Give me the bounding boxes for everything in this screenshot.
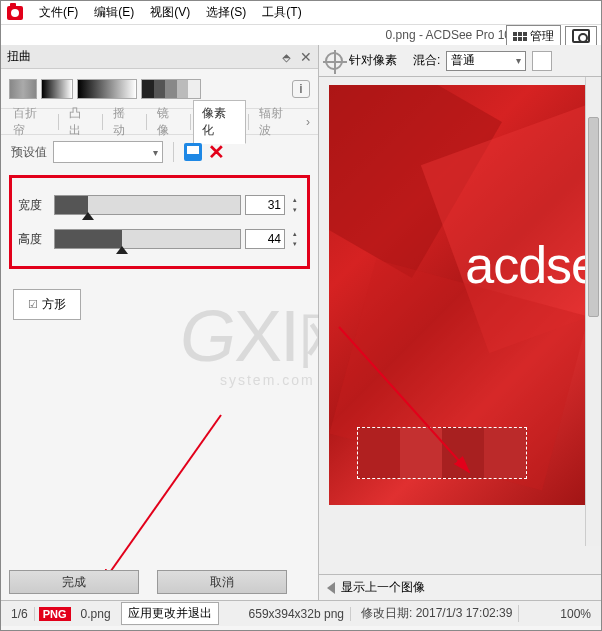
status-dimensions: 659x394x32b png (243, 607, 351, 621)
crosshair-icon[interactable] (325, 52, 343, 70)
develop-mode-button[interactable] (565, 26, 597, 46)
blend-extra-button[interactable] (532, 51, 552, 71)
vertical-scrollbar[interactable] (585, 77, 601, 546)
status-index: 1/6 (5, 607, 35, 621)
status-zoom: 100% (554, 607, 597, 621)
tabs-scroll-right-icon[interactable]: › (302, 115, 314, 129)
square-checkbox-row: ☑ 方形 (13, 289, 306, 320)
blend-mode-value: 普通 (451, 52, 475, 69)
width-value[interactable]: 31 (245, 195, 285, 215)
width-label: 宽度 (18, 197, 50, 214)
chevron-down-icon: ▾ (516, 55, 521, 66)
height-slider[interactable] (54, 229, 241, 249)
menu-file[interactable]: 文件(F) (31, 4, 86, 21)
info-icon[interactable]: i (292, 80, 310, 98)
preset-row: 预设值 ▾ ✕ (1, 135, 318, 169)
menu-select[interactable]: 选择(S) (198, 4, 254, 21)
camera-icon (572, 29, 590, 43)
panel-header: 扭曲 ⬘ ✕ (1, 45, 318, 69)
blend-mode-dropdown[interactable]: 普通 ▾ (446, 51, 526, 71)
format-badge: PNG (39, 607, 71, 621)
preview-toolbar: 针对像素 混合: 普通 ▾ (319, 45, 601, 77)
status-tooltip: 应用更改并退出 (121, 602, 219, 625)
svg-line-0 (101, 415, 221, 585)
menu-tools[interactable]: 工具(T) (254, 4, 309, 21)
gradient-swatch-3[interactable] (77, 79, 137, 99)
prev-image-icon[interactable] (327, 582, 335, 594)
prev-image-label: 显示上一个图像 (341, 579, 425, 596)
menu-edit[interactable]: 编辑(E) (86, 4, 142, 21)
chevron-down-icon: ▾ (153, 147, 158, 158)
panel-title: 扭曲 (7, 48, 31, 65)
height-slider-row: 高度 44 ▴▾ (18, 224, 301, 254)
app-logo-icon (7, 6, 23, 20)
menu-bar: 文件(F) 编辑(E) 视图(V) 选择(S) 工具(T) (1, 1, 601, 25)
image-preview[interactable]: acdse (329, 85, 589, 505)
preset-label: 预设值 (11, 144, 47, 161)
status-date: 修改日期: 2017/1/3 17:02:39 (355, 605, 519, 622)
height-spinner[interactable]: ▴▾ (289, 229, 301, 249)
cancel-button[interactable]: 取消 (157, 570, 287, 594)
canvas-area: acdse (319, 77, 601, 574)
width-slider[interactable] (54, 195, 241, 215)
square-checkbox[interactable]: ☑ 方形 (13, 289, 81, 320)
gradient-swatch-4[interactable] (141, 79, 201, 99)
effect-tabs: 百折帘 凸出 摇动 镜像 像素化 辐射波 › (1, 109, 318, 135)
gradient-swatch-1[interactable] (9, 79, 37, 99)
square-label: 方形 (42, 296, 66, 313)
status-bar: 1/6 PNG 0.png 应用更改并退出 659x394x32b png 修改… (1, 600, 601, 626)
grid-icon (513, 32, 527, 41)
delete-preset-icon[interactable]: ✕ (208, 145, 225, 159)
selection-marquee[interactable] (357, 427, 527, 479)
checkmark-icon: ☑ (28, 298, 38, 311)
gradient-swatch-2[interactable] (41, 79, 73, 99)
preview-pane: 针对像素 混合: 普通 ▾ acdse 显示上一个图像 (319, 45, 601, 600)
close-panel-icon[interactable]: ✕ (300, 49, 312, 65)
width-spinner[interactable]: ▴▾ (289, 195, 301, 215)
height-value[interactable]: 44 (245, 229, 285, 249)
parameter-box: 宽度 31 ▴▾ 高度 44 ▴▾ (9, 175, 310, 269)
width-slider-row: 宽度 31 ▴▾ (18, 190, 301, 220)
done-button[interactable]: 完成 (9, 570, 139, 594)
action-buttons: 完成 取消 (9, 570, 287, 594)
mode-switch-area: 管理 (506, 25, 597, 47)
height-label: 高度 (18, 231, 50, 248)
manage-label: 管理 (530, 28, 554, 45)
preset-dropdown[interactable]: ▾ (53, 141, 163, 163)
preview-footer: 显示上一个图像 (319, 574, 601, 600)
image-logo-text: acdse (465, 235, 589, 295)
menu-view[interactable]: 视图(V) (142, 4, 198, 21)
blend-label: 混合: (413, 52, 440, 69)
effects-panel: 扭曲 ⬘ ✕ i 百折帘 凸出 摇动 镜像 像素化 辐射波 › 预设值 ▾ (1, 45, 319, 600)
pin-icon[interactable]: ⬘ (282, 49, 290, 65)
save-preset-icon[interactable] (184, 143, 202, 161)
pixel-target-label: 针对像素 (349, 52, 397, 69)
status-filename: 0.png (75, 607, 117, 621)
